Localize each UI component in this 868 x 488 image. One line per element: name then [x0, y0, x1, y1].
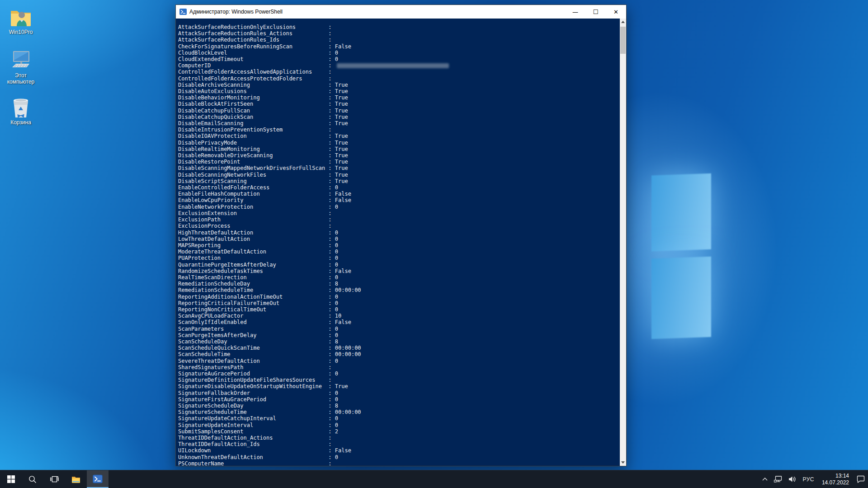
task-view-button[interactable] [43, 470, 65, 488]
close-button[interactable]: ✕ [606, 5, 626, 19]
console-line: RemediationScheduleTime : 00:00:00 [178, 287, 619, 293]
console-line: MAPSReporting : 0 [178, 242, 619, 249]
console-line: CloudBlockLevel : 0 [178, 50, 619, 56]
search-icon [28, 475, 37, 483]
network-tray-button[interactable] [771, 470, 785, 488]
console-line: SignatureUpdateCatchupInterval : 0 [178, 415, 619, 422]
maximize-button[interactable]: ☐ [585, 5, 606, 19]
console-line: DisableRemovableDriveScanning : True [178, 152, 619, 159]
console-line: ThreatIDDefaultAction_Ids : [178, 441, 619, 447]
console-line: SignatureUpdateInterval : 0 [178, 422, 619, 428]
minimize-icon: — [572, 9, 578, 15]
console-line: PSComputerName : [178, 460, 619, 466]
system-tray: РУС 13:14 14.07.2022 [759, 470, 868, 488]
window-titlebar[interactable]: Администратор: Windows PowerShell — ☐ ✕ [176, 5, 626, 19]
network-icon [774, 476, 782, 483]
recycle-bin-icon [9, 97, 33, 118]
console-line: ReportingNonCriticalTimeOut : 0 [178, 306, 619, 313]
console-line: RealTimeScanDirection : 0 [178, 274, 619, 281]
console-line: UILockdown : False [178, 447, 619, 454]
clock[interactable]: 13:14 14.07.2022 [817, 473, 854, 486]
console-line: AttackSurfaceReductionRules_Ids : [178, 37, 619, 43]
desktop-icon-win10pro[interactable]: Win10Pro [1, 6, 41, 35]
volume-tray-button[interactable] [785, 470, 799, 488]
console-line: ControlledFolderAccessProtectedFolders : [178, 75, 619, 82]
user-folder-icon [9, 6, 33, 28]
console-line: DisableIntrusionPreventionSystem : [178, 127, 619, 133]
desktop-icon-label: Этот компьютер [1, 72, 40, 85]
console-line: ModerateThreatDefaultAction : 0 [178, 249, 619, 255]
powershell-icon [93, 474, 103, 484]
console-line: PUAProtection : 0 [178, 255, 619, 261]
search-button[interactable] [22, 470, 43, 488]
desktop-icon-label: Win10Pro [9, 29, 33, 35]
console-line: EnableFileHashComputation : False [178, 191, 619, 197]
console-line: RemediationScheduleDay : 8 [178, 281, 619, 287]
tray-expand-button[interactable] [759, 470, 771, 488]
console-line: ControlledFolderAccessAllowedApplication… [178, 69, 619, 75]
console-line: CheckForSignaturesBeforeRunningScan : Fa… [178, 43, 619, 50]
console-line: ScanScheduleTime : 00:00:00 [178, 351, 619, 357]
console-line: ReportingAdditionalActionTimeOut : 0 [178, 294, 619, 300]
action-center-button[interactable] [854, 470, 868, 488]
console-line: DisableRestorePoint : True [178, 159, 619, 165]
console-line: DisableRealtimeMonitoring : True [178, 146, 619, 152]
console-line: DisableCatchupFullScan : True [178, 108, 619, 114]
console-line: EnableControlledFolderAccess : 0 [178, 184, 619, 191]
scrollbar-thumb[interactable] [620, 27, 626, 54]
tray-time: 13:14 [822, 473, 849, 479]
console-line: UnknownThreatDefaultAction : 0 [178, 454, 619, 460]
console-line: SignatureAuGracePeriod : 0 [178, 371, 619, 377]
this-pc-icon [9, 50, 33, 71]
console-line: ScanOnlyIfIdleEnabled : False [178, 319, 619, 325]
console-line: SignatureDisableUpdateOnStartupWithoutEn… [178, 383, 619, 389]
language-indicator[interactable]: РУС [799, 470, 817, 488]
console-line: ComputerID : [178, 62, 619, 69]
windows-logo-icon [7, 475, 15, 483]
console-line: AttackSurfaceReductionOnlyExclusions : [178, 24, 619, 30]
console-line: QuarantinePurgeItemsAfterDelay : 0 [178, 262, 619, 268]
minimize-button[interactable]: — [565, 5, 585, 19]
console-line: DisableArchiveScanning : True [178, 82, 619, 88]
console-line: ScanAvgCPULoadFactor : 10 [178, 313, 619, 319]
console-line: AttackSurfaceReductionRules_Actions : [178, 30, 619, 37]
console-line: DisableScanningNetworkFiles : True [178, 172, 619, 178]
console-line: ThreatIDDefaultAction_Actions : [178, 435, 619, 441]
desktop-icon-label: Корзина [10, 119, 31, 126]
console-line: SubmitSamplesConsent : 2 [178, 428, 619, 435]
start-button[interactable] [0, 470, 22, 488]
scrollbar[interactable] [620, 19, 626, 466]
console-line: SharedSignaturesPath : [178, 364, 619, 371]
console-line: ExclusionProcess : [178, 223, 619, 229]
wallpaper-logo-pane-lower [651, 257, 711, 339]
close-icon: ✕ [613, 9, 618, 15]
console-line: DisableScriptScanning : True [178, 178, 619, 184]
desktop-icon-recycle-bin[interactable]: Корзина [1, 97, 41, 126]
console-line: RandomizeScheduleTaskTimes : False [178, 268, 619, 274]
console-line: DisableEmailScanning : True [178, 120, 619, 127]
file-explorer-icon [71, 475, 80, 483]
desktop-icon-this-pc[interactable]: Этот компьютер [1, 50, 41, 85]
redacted-value [337, 63, 449, 68]
maximize-icon: ☐ [593, 9, 599, 15]
console-line: EnableNetworkProtection : 0 [178, 204, 619, 210]
wallpaper-logo-pane-upper [651, 174, 711, 252]
chevron-up-icon [762, 478, 768, 481]
scroll-up-arrow-icon[interactable] [620, 19, 626, 25]
powershell-app-icon [179, 8, 187, 15]
console-line: SignatureDefinitionUpdateFileSharesSourc… [178, 377, 619, 383]
speaker-icon [788, 476, 796, 483]
scroll-down-arrow-icon[interactable] [620, 459, 626, 466]
console-line: EnableLowCpuPriority : False [178, 197, 619, 203]
file-explorer-button[interactable] [65, 470, 87, 488]
console-output: AttackSurfaceReductionOnlyExclusions : A… [178, 24, 619, 466]
console-line: ReportingCriticalFailureTimeOut : 0 [178, 300, 619, 306]
console-area[interactable]: AttackSurfaceReductionOnlyExclusions : A… [176, 19, 626, 466]
console-line: ScanParameters : 0 [178, 326, 619, 332]
console-line: LowThreatDefaultAction : 0 [178, 236, 619, 242]
task-view-icon [50, 475, 59, 483]
console-line: SignatureScheduleDay : 8 [178, 403, 619, 409]
console-line: SignatureFirstAuGracePeriod : 0 [178, 396, 619, 403]
powershell-taskbar-button[interactable] [87, 470, 108, 488]
taskbar: РУС 13:14 14.07.2022 [0, 470, 868, 488]
